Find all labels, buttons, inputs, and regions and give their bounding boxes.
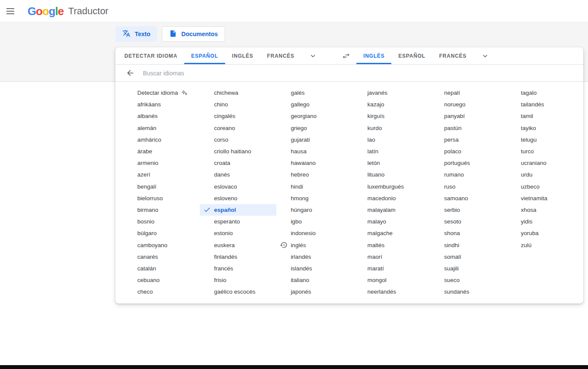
language-option[interactable]: albanés (123, 110, 200, 122)
language-option[interactable]: persa (430, 134, 507, 146)
language-option[interactable]: vietnamita (507, 192, 583, 204)
language-option[interactable]: estonio (200, 227, 276, 239)
language-option[interactable]: pastún (430, 122, 507, 134)
target-chevron-down-icon[interactable] (473, 47, 497, 64)
language-option[interactable]: armenio (123, 157, 200, 169)
language-option[interactable]: neerlandés (353, 286, 430, 298)
language-option[interactable]: ruso (430, 181, 507, 192)
language-option[interactable]: letón (353, 157, 430, 169)
language-option[interactable]: bosnio (123, 216, 200, 227)
source-chevron-down-icon[interactable] (301, 47, 325, 64)
language-option[interactable]: cebuano (123, 274, 200, 286)
language-option[interactable]: portugués (430, 157, 507, 169)
language-option[interactable]: azerí (123, 169, 200, 180)
language-option[interactable]: inglés (276, 239, 353, 251)
source-tab-0[interactable]: DETECTAR IDIOMA (118, 47, 184, 64)
language-option[interactable]: kirguís (353, 110, 430, 122)
language-option[interactable]: noruego (430, 99, 507, 110)
language-option[interactable]: yidis (507, 216, 583, 227)
language-option[interactable]: maorí (353, 251, 430, 263)
language-option[interactable]: bengalí (123, 181, 200, 192)
language-option[interactable]: malgache (353, 227, 430, 239)
language-option[interactable]: indonesio (276, 227, 353, 239)
language-option[interactable]: alemán (123, 122, 200, 134)
documents-mode-button[interactable]: Documentos (162, 26, 225, 42)
language-option[interactable]: turco (507, 146, 583, 157)
language-option[interactable]: catalán (123, 263, 200, 274)
language-option[interactable]: gaélico escocés (200, 286, 276, 298)
language-option[interactable]: suajili (430, 263, 507, 274)
source-tab-1[interactable]: ESPAÑOL (184, 47, 225, 64)
language-option[interactable]: bielorruso (123, 192, 200, 204)
language-option[interactable]: tagalo (507, 87, 583, 99)
source-tab-3[interactable]: FRANCÉS (260, 47, 301, 64)
text-mode-button[interactable]: Texto (115, 26, 157, 42)
target-tab-2[interactable]: FRANCÉS (432, 47, 473, 64)
language-option[interactable]: gujarati (276, 134, 353, 146)
language-option[interactable]: irlandés (276, 251, 353, 263)
language-option[interactable]: luxemburgués (353, 181, 430, 192)
language-option[interactable]: rumano (430, 169, 507, 180)
language-option[interactable]: nepalí (430, 87, 507, 99)
language-option[interactable]: chichewa (200, 87, 276, 99)
language-option[interactable]: eslovaco (200, 181, 276, 192)
language-option[interactable]: búlgaro (123, 227, 200, 239)
language-option[interactable]: panyabí (430, 110, 507, 122)
language-option[interactable]: euskera (200, 239, 276, 251)
language-option[interactable]: griego (276, 122, 353, 134)
language-option[interactable]: sindhi (430, 239, 507, 251)
language-option[interactable]: coreano (200, 122, 276, 134)
language-option[interactable]: canarés (123, 251, 200, 263)
language-option[interactable]: frisio (200, 274, 276, 286)
language-option[interactable]: gallego (276, 99, 353, 110)
back-arrow-icon[interactable] (121, 65, 139, 82)
language-option[interactable]: lao (353, 134, 430, 146)
target-tab-1[interactable]: ESPAÑOL (391, 47, 432, 64)
language-option[interactable]: telugu (507, 134, 583, 146)
language-option[interactable]: hawaiano (276, 157, 353, 169)
language-option[interactable]: shona (430, 227, 507, 239)
language-option[interactable]: kurdo (353, 122, 430, 134)
language-option[interactable]: zulú (507, 239, 583, 251)
target-tab-0[interactable]: INGLÉS (356, 47, 391, 64)
language-option[interactable]: italiano (276, 274, 353, 286)
language-option[interactable]: cingalés (200, 110, 276, 122)
language-option[interactable]: hausa (276, 146, 353, 157)
language-option[interactable]: kazajo (353, 99, 430, 110)
language-option[interactable]: esperanto (200, 216, 276, 227)
language-option[interactable]: hmong (276, 192, 353, 204)
language-option[interactable]: corso (200, 134, 276, 146)
hamburger-menu-icon[interactable] (2, 3, 19, 20)
language-option[interactable]: chino (200, 99, 276, 110)
language-option[interactable]: maltés (353, 239, 430, 251)
language-option[interactable]: samoano (430, 192, 507, 204)
language-option[interactable]: lituano (353, 169, 430, 180)
language-option[interactable]: hindi (276, 181, 353, 192)
language-option[interactable]: polaco (430, 146, 507, 157)
language-option[interactable]: árabe (123, 146, 200, 157)
language-option[interactable]: maratí (353, 263, 430, 274)
language-search-input[interactable] (142, 69, 583, 77)
language-option[interactable]: macedonio (353, 192, 430, 204)
language-option[interactable]: sueco (430, 274, 507, 286)
language-option[interactable]: malayalam (353, 204, 430, 216)
language-option[interactable]: javanés (353, 87, 430, 99)
language-option[interactable]: xhosa (507, 204, 583, 216)
language-option[interactable]: sesoto (430, 216, 507, 227)
language-option[interactable]: ucraniano (507, 157, 583, 169)
language-option[interactable]: criollo haitiano (200, 146, 276, 157)
language-option[interactable]: croata (200, 157, 276, 169)
language-option[interactable]: finlandés (200, 251, 276, 263)
language-option[interactable]: georgiano (276, 110, 353, 122)
language-option[interactable]: español (200, 204, 276, 216)
language-option[interactable]: mongol (353, 274, 430, 286)
language-option[interactable]: francés (200, 263, 276, 274)
language-option[interactable]: japonés (276, 286, 353, 298)
language-option[interactable]: tailandés (507, 99, 583, 110)
language-option[interactable]: yoruba (507, 227, 583, 239)
language-option[interactable]: húngaro (276, 204, 353, 216)
language-option[interactable]: sundanés (430, 286, 507, 298)
language-option[interactable]: uzbeco (507, 181, 583, 192)
language-option[interactable]: amhárico (123, 134, 200, 146)
language-option[interactable]: checo (123, 286, 200, 298)
